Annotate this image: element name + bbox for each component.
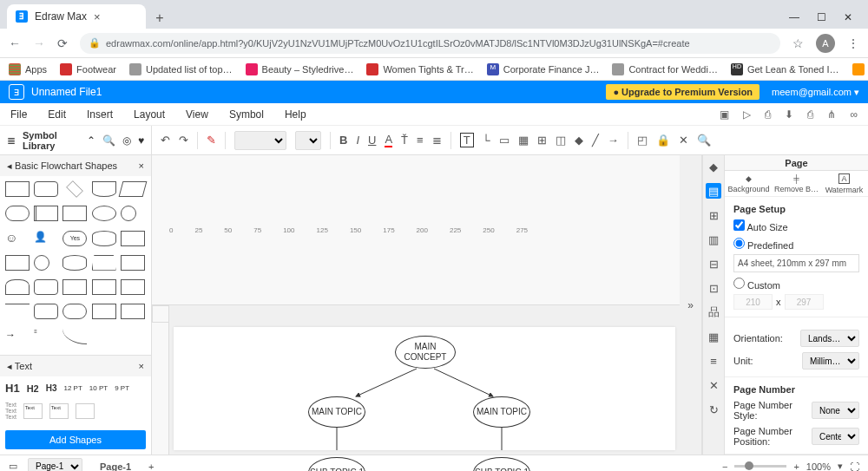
node-l1[interactable]: MAIN TOPIC (308, 396, 365, 428)
shape-db[interactable] (62, 255, 87, 271)
bookmark-item[interactable]: Women Tights & Tr… (366, 63, 473, 75)
shape-doc[interactable] (92, 181, 116, 197)
tree-tool-icon[interactable]: 品 (706, 304, 721, 320)
shape-r2[interactable] (34, 304, 58, 319)
format-painter-icon[interactable]: ✎ (207, 134, 216, 147)
reload-icon[interactable]: ⟳ (57, 36, 68, 50)
orientation-select[interactable]: Lands… (800, 330, 859, 347)
symbol-library-toggle[interactable]: ≣ Symbol Library ⌃ 🔍 ◎ ♥ (0, 126, 152, 154)
line-icon[interactable]: ╱ (592, 134, 599, 147)
print-icon[interactable]: ⎙ (807, 108, 813, 121)
menu-icon[interactable]: ⋮ (847, 36, 859, 50)
h1-button[interactable]: H1 (5, 382, 20, 395)
h2-button[interactable]: H2 (27, 383, 39, 394)
db-tool-icon[interactable]: ⊟ (706, 256, 721, 271)
fill-tool-icon[interactable]: ◆ (706, 159, 721, 174)
shape-p2[interactable] (92, 304, 116, 319)
page-tool-icon[interactable]: ▤ (706, 183, 721, 199)
sheet-size[interactable]: A4 sheet, 210mm x 297 mm (733, 254, 859, 272)
menu-symbol[interactable]: Symbol (229, 108, 264, 121)
shape-hex[interactable] (62, 279, 87, 295)
zoom-out-icon[interactable]: − (722, 461, 727, 472)
shape-t2[interactable] (62, 304, 87, 319)
text-sample[interactable]: TextTextText (5, 402, 16, 420)
shape-trap[interactable] (92, 255, 116, 271)
bookmark-item[interactable]: Updated list of top… (129, 63, 233, 75)
height-input[interactable] (785, 294, 824, 310)
redo-icon[interactable]: ↷ (179, 134, 188, 147)
shape-wave[interactable] (5, 279, 30, 295)
font-color-icon[interactable]: A (385, 133, 392, 147)
tab-watermark[interactable]: AWatermark (820, 171, 868, 196)
star-icon[interactable]: ☆ (792, 36, 804, 50)
chevron-down-icon[interactable]: ▾ (838, 461, 843, 471)
code-tool-icon[interactable]: ▦ (706, 329, 721, 344)
apps-button[interactable]: Apps (9, 63, 47, 75)
shape-process[interactable] (34, 206, 58, 221)
pn-style-select[interactable]: None (812, 402, 859, 419)
shape-cylinder[interactable] (92, 231, 116, 246)
shape-terminator[interactable] (5, 206, 30, 221)
italic-icon[interactable]: I (356, 134, 359, 147)
maximize-icon[interactable]: ☐ (817, 11, 826, 23)
shape-circle[interactable] (121, 206, 136, 221)
bookmark-item[interactable]: Contract for Weddi… (612, 63, 718, 75)
node-r1[interactable]: MAIN TOPIC (473, 396, 530, 428)
text-tool-icon[interactable]: T (460, 133, 474, 147)
shape-person[interactable]: 👤 (34, 231, 58, 246)
predefined-radio[interactable]: Predefined (733, 238, 793, 251)
font-select[interactable] (234, 131, 286, 150)
bookmark-item[interactable]: 30 Day Fitness Chal… (852, 63, 869, 75)
bookmark-item[interactable]: MCorporate Finance J… (487, 63, 600, 75)
shape-icon[interactable]: ▭ (499, 134, 510, 147)
user-email[interactable]: meem@gmail.com ▾ (772, 87, 859, 98)
download-icon[interactable]: ⬇ (785, 108, 793, 121)
shape-disp[interactable] (34, 279, 58, 295)
undo-icon[interactable]: ↶ (161, 134, 170, 147)
shape-curve[interactable] (62, 329, 87, 344)
browser-tab[interactable]: Ǝ Edraw Max × (7, 4, 146, 29)
link-icon[interactable]: ∞ (850, 108, 858, 121)
chart-icon[interactable]: ◫ (556, 134, 566, 147)
arrow-icon[interactable]: → (608, 134, 619, 147)
forward-icon[interactable]: → (33, 36, 45, 50)
pt12-button[interactable]: 12 PT (63, 384, 82, 392)
share-icon[interactable]: ⋔ (827, 108, 836, 121)
filename[interactable]: Unnamed File1 (31, 86, 102, 98)
menu-edit[interactable]: Edit (48, 108, 66, 121)
auto-size-checkbox[interactable]: Auto Size (733, 219, 788, 232)
bold-icon[interactable]: B (339, 134, 347, 147)
zoom-slider[interactable] (734, 465, 786, 468)
cross-tool-icon[interactable]: ✕ (706, 377, 721, 393)
shape-predef[interactable] (62, 206, 87, 221)
shape-tape[interactable] (121, 255, 145, 271)
history-tool-icon[interactable]: ↻ (706, 402, 721, 417)
shape-line1[interactable] (5, 304, 30, 319)
bookmark-item[interactable]: Beauty – Styledrive… (246, 63, 354, 75)
url-input[interactable]: 🔒 edrawmax.com/online/app.html?y0/KUjV2y… (80, 33, 780, 54)
grid-tool-icon[interactable]: ⊞ (706, 207, 721, 223)
pages-icon[interactable]: ▭ (9, 461, 17, 471)
bookmark-item[interactable]: Footwear (60, 63, 116, 75)
new-tab-button[interactable]: + (149, 8, 170, 29)
fullscreen-icon[interactable]: ⛶ (850, 461, 859, 472)
text-box3[interactable] (76, 403, 95, 419)
shape-pent[interactable] (121, 279, 145, 295)
shape-card[interactable] (121, 231, 145, 246)
lock-icon[interactable]: 🔒 (656, 134, 670, 147)
menu-file[interactable]: File (10, 108, 27, 121)
menu-help[interactable]: Help (285, 108, 306, 121)
search-tool-icon[interactable]: 🔍 (697, 134, 711, 147)
close-icon[interactable]: × (139, 160, 144, 171)
page-select[interactable]: Page-1 (28, 458, 82, 472)
minimize-icon[interactable]: — (789, 11, 799, 23)
shape-diamond[interactable] (67, 180, 84, 198)
menu-layout[interactable]: Layout (134, 108, 165, 121)
search-icon[interactable]: 🔍 (102, 134, 115, 147)
add-page-button[interactable]: + (148, 461, 154, 472)
zoom-in-icon[interactable]: + (793, 461, 799, 472)
shape-parallel[interactable] (118, 181, 147, 197)
heart-icon[interactable]: ♥ (138, 134, 144, 147)
width-input[interactable] (733, 294, 773, 310)
close-icon[interactable]: × (139, 361, 144, 371)
